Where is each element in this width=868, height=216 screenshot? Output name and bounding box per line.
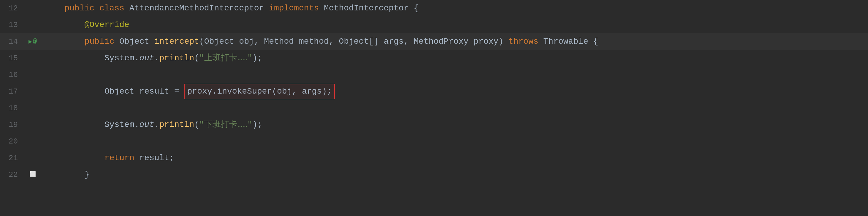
line-number-17: 17	[0, 86, 24, 98]
line-number-18: 18	[0, 102, 24, 114]
token-highlighted: proxy.invokeSuper(obj, args);	[184, 84, 335, 99]
line-content-22: }	[41, 168, 868, 181]
code-line-22: 22 ⬜ }	[0, 166, 868, 183]
at-symbol: @	[33, 36, 37, 47]
code-line-15: 15 System.out.println("上班打卡……");	[0, 50, 868, 66]
gutter-14: ▶ @	[24, 36, 41, 47]
gutter-22: ⬜	[24, 170, 41, 179]
token: Object	[114, 35, 154, 48]
token	[44, 35, 84, 48]
token: return	[104, 152, 134, 164]
token: class	[99, 2, 124, 15]
line-number-20: 20	[0, 135, 24, 147]
token: "上班打卡……"	[199, 52, 252, 64]
token: Throwable {	[538, 35, 598, 48]
line-content-12: public class AttendanceMethodInterceptor…	[41, 2, 868, 15]
code-line-16: 16	[0, 66, 868, 83]
token-throws: throws	[508, 35, 538, 48]
token: Object result =	[104, 85, 184, 98]
token	[44, 2, 64, 15]
line-content-14: public Object intercept(Object obj, Meth…	[41, 35, 868, 48]
line-content-19: System.out.println("下班打卡……");	[41, 118, 868, 131]
token: }	[84, 168, 89, 181]
line-number-16: 16	[0, 69, 24, 81]
token: );	[252, 118, 262, 131]
token: MethodInterceptor {	[319, 2, 418, 15]
line-number-21: 21	[0, 152, 24, 164]
token: public	[84, 35, 114, 48]
token	[44, 168, 84, 181]
code-editor: 12 public class AttendanceMethodIntercep…	[0, 0, 868, 216]
code-line-19: 19 System.out.println("下班打卡……");	[0, 116, 868, 133]
token: System.	[104, 118, 140, 131]
code-line-18: 18	[0, 100, 868, 116]
token	[94, 2, 99, 15]
line-content-15: System.out.println("上班打卡……");	[41, 52, 868, 64]
token: out	[139, 52, 154, 64]
code-line-12: 12 public class AttendanceMethodIntercep…	[0, 0, 868, 17]
line-content-21: return result;	[41, 152, 868, 164]
token: (	[194, 52, 199, 64]
code-line-21: 21 return result;	[0, 150, 868, 166]
token: AttendanceMethodInterceptor	[124, 2, 269, 15]
token: .	[154, 118, 159, 131]
code-line-13: 13 @Override	[0, 17, 868, 33]
token	[44, 19, 84, 31]
line-number-12: 12	[0, 2, 24, 14]
token: public	[64, 2, 94, 15]
token: out	[139, 118, 154, 131]
bookmark-icon: ⬜	[29, 170, 36, 179]
token-annotation: @Override	[84, 19, 129, 31]
run-arrow-icon: ▶	[29, 37, 32, 46]
token: );	[252, 52, 262, 64]
token	[44, 152, 104, 164]
token: (Object obj, Method method, Object[] arg…	[199, 35, 508, 48]
code-line-14: 14 ▶ @ public Object intercept(Object ob…	[0, 33, 868, 50]
token: intercept	[154, 35, 199, 48]
token: (	[194, 118, 199, 131]
token: System.	[104, 52, 140, 64]
line-number-22: 22	[0, 169, 24, 181]
code-line-17: 17 Object result = proxy.invokeSuper(obj…	[0, 83, 868, 100]
token	[44, 52, 104, 64]
code-line-20: 20	[0, 133, 868, 150]
line-content-17: Object result = proxy.invokeSuper(obj, a…	[41, 84, 868, 99]
token: "下班打卡……"	[199, 118, 252, 131]
line-number-13: 13	[0, 19, 24, 31]
token	[44, 118, 104, 131]
token: println	[159, 52, 194, 64]
token: result;	[134, 152, 174, 164]
token: .	[154, 52, 159, 64]
token: println	[159, 118, 194, 131]
line-content-13: @Override	[41, 19, 868, 31]
token: implements	[269, 2, 319, 15]
token	[44, 85, 104, 98]
line-number-19: 19	[0, 119, 24, 131]
line-number-14: 14	[0, 36, 24, 48]
line-number-15: 15	[0, 52, 24, 64]
